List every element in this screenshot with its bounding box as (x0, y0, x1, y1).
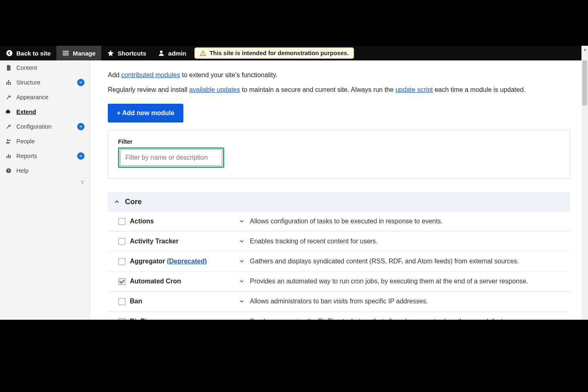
section-title: Core (125, 198, 142, 206)
contributed-modules-link[interactable]: contributed modules (121, 71, 180, 78)
update-script-link[interactable]: update script (395, 86, 433, 93)
chevron-down-icon[interactable] (77, 123, 85, 130)
module-description: Gathers and displays syndicated content … (247, 258, 564, 265)
module-checkbox[interactable] (118, 258, 125, 265)
shortcuts-button[interactable]: Shortcuts (101, 46, 152, 60)
help-icon: ? (5, 167, 12, 174)
chevron-down-icon (239, 258, 245, 264)
module-name-text: Activity Tracker (130, 238, 178, 245)
module-row: Activity TrackerEnables tracking of rece… (108, 232, 570, 252)
wrench-icon (5, 94, 12, 100)
intro-text-fragment: each time a module is updated. (433, 86, 526, 93)
chevron-down-icon (239, 318, 245, 320)
wrench-icon (5, 123, 12, 130)
intro-text-fragment: to maintain a secure and current site. A… (240, 86, 396, 93)
sidebar-item-label: People (16, 138, 85, 145)
svg-point-4 (8, 80, 9, 81)
body: Content Structure Appearance Extend Conf… (0, 60, 588, 320)
svg-point-0 (7, 50, 13, 56)
module-name-text: Actions (130, 218, 154, 225)
sidebar-item-content[interactable]: Content (0, 60, 89, 75)
module-row: Aggregator (Deprecated)Gathers and displ… (108, 252, 570, 272)
demo-notice: This site is intended for demonstration … (194, 47, 354, 59)
svg-point-2 (203, 54, 203, 55)
scroll-thumb[interactable] (582, 60, 587, 105)
module-row: ActionsAllows configuration of tasks to … (108, 212, 570, 232)
admin-toolbar: Back to site Manage Shortcuts admin This… (0, 46, 588, 60)
module-name-text: Aggregator (130, 258, 165, 265)
main-content: Add contributed modules to extend your s… (90, 60, 588, 320)
module-row: BanAllows administrators to ban visits f… (108, 292, 570, 312)
module-checkbox[interactable] (118, 218, 125, 225)
user-menu-button[interactable]: admin (152, 46, 192, 60)
vertical-scrollbar[interactable]: ▴ (581, 46, 588, 320)
sidebar-collapse-button[interactable] (0, 178, 89, 187)
module-name: Automated Cron (130, 278, 236, 285)
svg-point-6 (8, 83, 9, 85)
sidebar-item-structure[interactable]: Structure (0, 75, 89, 90)
module-checkbox-cell (114, 238, 130, 245)
sidebar-item-help[interactable]: ? Help (0, 163, 89, 178)
module-checkbox[interactable] (118, 278, 125, 285)
module-checkbox-cell (114, 258, 130, 265)
back-to-site-button[interactable]: Back to site (0, 46, 56, 60)
module-description: Enables tracking of recent content for u… (247, 238, 564, 245)
svg-point-8 (7, 139, 9, 141)
module-expand-toggle[interactable] (236, 238, 247, 244)
add-module-button[interactable]: + Add new module (108, 104, 183, 122)
filter-label: Filter (118, 138, 560, 145)
manage-button[interactable]: Manage (56, 46, 101, 60)
module-checkbox[interactable] (118, 298, 125, 305)
scroll-up-button[interactable]: ▴ (581, 46, 588, 52)
module-name: BigPipe (130, 318, 236, 320)
module-expand-toggle[interactable] (236, 258, 247, 264)
filter-input[interactable] (120, 149, 222, 166)
user-icon (158, 49, 165, 57)
section-toggle-core[interactable]: Core (108, 192, 570, 212)
intro-text-fragment: Add (108, 71, 121, 78)
bar-chart-icon (5, 153, 12, 159)
svg-rect-12 (10, 155, 11, 158)
svg-point-9 (9, 140, 11, 141)
svg-point-7 (10, 83, 11, 85)
chevron-down-icon[interactable] (77, 152, 85, 160)
sidebar-item-label: Appearance (16, 94, 85, 100)
sidebar-item-extend[interactable]: Extend (0, 105, 89, 119)
svg-point-5 (6, 83, 7, 85)
chevron-down-icon (239, 238, 245, 244)
module-expand-toggle[interactable] (236, 318, 247, 320)
chevron-down-icon (239, 218, 245, 224)
collapse-up-icon (80, 180, 85, 186)
svg-rect-10 (7, 156, 7, 158)
arrow-left-circle-icon (6, 49, 13, 57)
sidebar-item-reports[interactable]: Reports (0, 149, 89, 163)
module-description: Provides an automated way to run cron jo… (247, 278, 564, 285)
module-expand-toggle[interactable] (236, 298, 247, 304)
intro-text: Add contributed modules to extend your s… (108, 70, 570, 95)
module-checkbox[interactable] (118, 318, 125, 320)
file-icon (5, 65, 12, 71)
sidebar-item-appearance[interactable]: Appearance (0, 90, 89, 105)
intro-text-fragment: to extend your site's functionality. (180, 71, 277, 78)
sidebar-item-people[interactable]: People (0, 134, 89, 149)
module-checkbox[interactable] (118, 238, 125, 245)
warning-icon (200, 50, 206, 56)
available-updates-link[interactable]: available updates (189, 86, 240, 93)
shortcuts-label: Shortcuts (118, 50, 146, 57)
chevron-down-icon[interactable] (77, 79, 85, 86)
module-name: Aggregator (Deprecated) (130, 258, 236, 265)
star-icon (107, 49, 114, 57)
svg-rect-3 (203, 53, 203, 54)
back-label: Back to site (16, 50, 51, 57)
module-list: ActionsAllows configuration of tasks to … (108, 212, 570, 320)
sidebar-item-label: Structure (16, 79, 73, 86)
module-expand-toggle[interactable] (236, 218, 247, 224)
chevron-down-icon (239, 278, 245, 284)
svg-text:?: ? (7, 169, 9, 173)
notice-text: This site is intended for demonstration … (209, 50, 349, 56)
hierarchy-icon (5, 79, 12, 86)
manage-label: Manage (73, 50, 96, 57)
deprecated-link[interactable]: (Deprecated) (167, 258, 207, 265)
sidebar-item-configuration[interactable]: Configuration (0, 119, 89, 134)
module-expand-toggle[interactable] (236, 278, 247, 284)
